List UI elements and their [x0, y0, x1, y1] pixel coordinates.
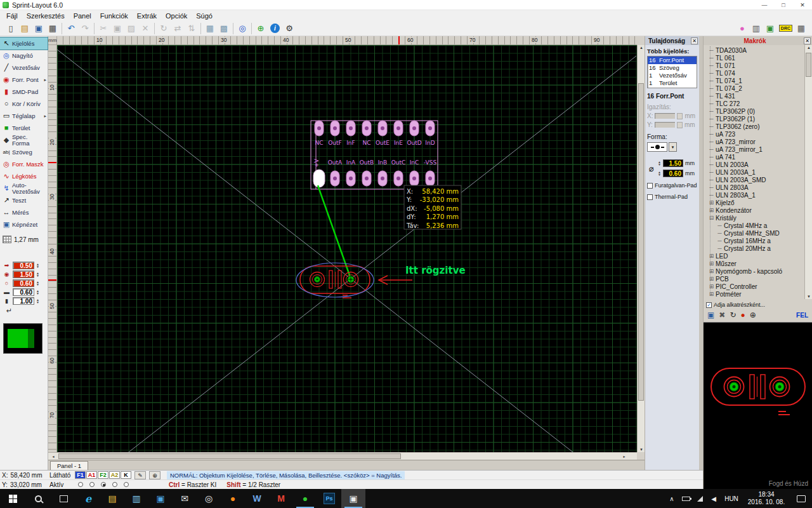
macros-close-icon[interactable]: ✕ [804, 37, 811, 44]
layer-active-f1[interactable] [78, 482, 83, 487]
macro-tlp3062p-1[interactable]: ─TLP3062P (1) [707, 115, 803, 123]
tool-test[interactable]: ↗Teszt [0, 194, 48, 206]
network-icon[interactable] [693, 496, 707, 502]
print-icon[interactable]: ▦ [46, 22, 60, 35]
shape-button[interactable] [647, 142, 667, 152]
maximize-button[interactable]: □ [774, 0, 793, 10]
clock[interactable]: 18:34 2016. 10. 08. [742, 491, 790, 507]
macro-tlp3062p-0[interactable]: ─TLP3062P (0) [707, 107, 803, 115]
tool-solder-pad[interactable]: ◉Forr. Pont▸ [0, 74, 48, 86]
smd-height-value[interactable]: 1.00 [13, 297, 34, 305]
hidden-icons-icon[interactable]: ∧ [665, 495, 679, 502]
layer-active-k[interactable] [124, 482, 129, 487]
tool-select[interactable]: ↖Kijelölés [0, 37, 48, 50]
save-macro-icon[interactable]: ▣ [707, 311, 714, 319]
scroll-left-icon[interactable]: ◂ [49, 454, 57, 458]
delete-icon[interactable]: ✕ [138, 22, 152, 35]
taskbar-photoshop[interactable]: Ps [317, 489, 341, 508]
layer-active-a1[interactable] [89, 482, 95, 487]
tab-panel-1[interactable]: Panel - 1 [50, 461, 88, 471]
tool-text[interactable]: ab|Szöveg [0, 146, 48, 158]
pad-drill-spinner[interactable] [658, 171, 661, 176]
macro-kondenz-tor[interactable]: ⊞Kondenzátor [707, 206, 803, 214]
layer-visible-f1[interactable]: F1 [75, 471, 86, 479]
macro-tl-061[interactable]: ─TL 061 [707, 54, 803, 62]
macro-tl-074-1[interactable]: ─TL 074_1 [707, 77, 803, 84]
macro-tlc-272[interactable]: ─TLC 272 [707, 100, 803, 107]
taskbar-mail[interactable]: ✉ [173, 489, 197, 508]
tool-autoroute[interactable]: ↯Auto-Vezetősáv [0, 182, 48, 194]
gear-icon[interactable]: ⚙ [282, 22, 296, 35]
zoom-icon[interactable]: ◎ [235, 22, 249, 35]
paste-icon[interactable]: ▨ [124, 22, 138, 35]
hotkeys-icon[interactable]: ● [735, 22, 749, 35]
snap-grid-icon[interactable]: ▩ [217, 22, 231, 35]
add-as-component-checkbox[interactable]: ✓ [706, 302, 712, 308]
layer-visible-a2[interactable]: A2 [109, 471, 120, 479]
macro-m-szer[interactable]: ⊞Műszer [707, 260, 803, 267]
scroll-right-icon[interactable]: ▸ [620, 454, 628, 458]
macro-kijelz[interactable]: ⊞Kijelző [707, 199, 803, 206]
align-x-spinner[interactable] [677, 113, 683, 119]
macro-tda2030a[interactable]: ─TDA2030A [707, 46, 803, 54]
taskbar-word[interactable]: W [245, 489, 269, 508]
macro-ua-723-mirror-1[interactable]: ─uA 723_mirror_1 [707, 145, 803, 153]
macro-pcb[interactable]: ⊞PCB [707, 275, 803, 283]
start-button[interactable] [0, 489, 25, 508]
photo-view-icon[interactable]: ▣ [763, 22, 777, 35]
macro-tl-431[interactable]: ─TL 431 [707, 92, 803, 100]
tool-smd-pad[interactable]: ▮SMD-Pad [0, 86, 48, 98]
taskbar-browser[interactable]: ◎ [197, 489, 221, 508]
tool-airwire[interactable]: ∿Légkötés [0, 170, 48, 182]
vertical-scrollbar[interactable]: ▲ ▼ [637, 45, 645, 452]
crosshair-icon[interactable]: ⊕ [254, 22, 268, 35]
cut-icon[interactable]: ✂ [96, 22, 110, 35]
taskbar-firefox[interactable]: ● [221, 489, 245, 508]
menu-opci-k[interactable]: Opciók [161, 11, 192, 20]
macro-crystal-4mhz-a[interactable]: ─Crystal 4MHz a [707, 222, 803, 229]
macro-ua-741[interactable]: ─uA 741 [707, 153, 803, 161]
menu-f-jl[interactable]: Fájl [2, 11, 22, 20]
hscroll-thumb[interactable] [58, 453, 401, 459]
macro-crystal-4mhz-smd[interactable]: ─Crystal 4MHz_SMD [707, 229, 803, 237]
tool-circle[interactable]: ○Kör / Körív [0, 98, 48, 110]
layer-visible-a1[interactable]: A1 [86, 471, 97, 479]
layer-active-f2[interactable] [101, 482, 106, 487]
search-button[interactable] [25, 489, 51, 508]
rotate-icon[interactable]: ↻ [157, 22, 171, 35]
taskbar-photos[interactable]: ▣ [148, 489, 173, 508]
taskbar-screenshot-tool[interactable]: ▣ [341, 489, 365, 508]
tool-solder-mask[interactable]: ◎Forr. Maszk [0, 158, 48, 170]
tool-rectangle[interactable]: ▭Téglalap▸ [0, 110, 48, 122]
macro-crystal-16mhz-a[interactable]: ─Crystal 16MHz a [707, 237, 803, 244]
selection-vezet-s-v[interactable]: 1Vezetősáv [648, 72, 697, 79]
mirror-vertical-icon[interactable]: ⇅ [185, 22, 199, 35]
smd-width-value[interactable]: 0.60 [13, 288, 34, 296]
macro-uln-2003a-1[interactable]: ─ULN 2003A_1 [707, 168, 803, 176]
pad-drill-value[interactable]: 0.60 [13, 279, 34, 287]
fel-button[interactable]: FEL [796, 312, 808, 319]
layer-pair-icon[interactable]: ▥ [749, 22, 763, 35]
macro-pic-controller[interactable]: ⊞PIC_Controller [707, 283, 803, 290]
macro-scroll-down-icon[interactable]: ▼ [805, 295, 812, 298]
task-view-button[interactable] [51, 489, 76, 508]
selection-sz-veg[interactable]: 16Szöveg [648, 64, 697, 72]
pad-drill-spinner[interactable] [36, 281, 39, 286]
smd-height-spinner[interactable] [36, 298, 39, 304]
grid-setting[interactable]: 1,27 mm [0, 236, 48, 243]
macro-uln-2003a[interactable]: ─ULN 2003A [707, 161, 803, 168]
tool-measure[interactable]: ↔Mérés [0, 206, 48, 218]
plated-pad-checkbox[interactable] [647, 183, 653, 189]
align-x-slider[interactable] [655, 113, 675, 119]
macro-uln-2803a[interactable]: ─ULN 2803A [707, 184, 803, 191]
tool-photoview[interactable]: ▣Képnézet [0, 218, 48, 231]
pcb-canvas[interactable]: NCOutFInFNCOutEInEOutDInD+VOutAInAOutBIn… [57, 45, 637, 452]
selection-ter-let[interactable]: 1Terület [648, 79, 697, 87]
mirror-horizontal-icon[interactable]: ⇄ [171, 22, 185, 35]
minimize-button[interactable]: — [755, 0, 774, 10]
taskbar-file-explorer[interactable]: ▤ [100, 489, 124, 508]
components-icon[interactable]: ▦ [794, 22, 808, 35]
macro-tl-071[interactable]: ─TL 071 [707, 62, 803, 69]
grid-menu-button[interactable]: ⊕ [149, 471, 160, 479]
macro-scroll-up-icon[interactable]: ▲ [805, 46, 812, 50]
